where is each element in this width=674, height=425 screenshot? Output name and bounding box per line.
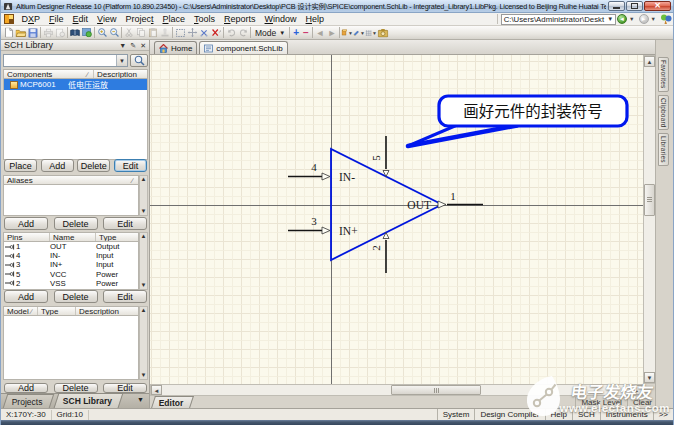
scroll-down-icon[interactable]: ▼: [140, 372, 147, 379]
scroll-down-icon[interactable]: ▼: [644, 372, 655, 383]
copy-button[interactable]: [135, 27, 147, 39]
mode-dropdown[interactable]: Mode▼: [252, 27, 288, 39]
zoom-out-button[interactable]: [108, 27, 120, 39]
previous-mode-button[interactable]: ◄: [314, 27, 326, 39]
place-button[interactable]: Place: [4, 159, 37, 172]
component-delete-button[interactable]: Delete: [77, 159, 110, 172]
add-mode-button[interactable]: +: [291, 27, 301, 39]
maximize-button[interactable]: [626, 1, 643, 11]
pin-row[interactable]: 2 VSS Power: [4, 279, 138, 288]
pins-header[interactable]: Pins Name Type: [3, 232, 139, 242]
tab-projects[interactable]: Projects: [3, 394, 54, 408]
model-delete-button[interactable]: Delete: [54, 383, 98, 393]
tab-clipboard[interactable]: Clipboard: [658, 95, 669, 131]
alias-add-button[interactable]: Add: [4, 217, 48, 230]
menu-file[interactable]: File: [45, 13, 69, 25]
recent-path-combo[interactable]: C:\Users\Administrator\Deskt ▼: [501, 14, 616, 25]
panel-menu-icon[interactable]: ▼: [119, 42, 126, 49]
nav-back-button[interactable]: ◄▼: [617, 14, 636, 24]
undo-button[interactable]: [225, 27, 237, 39]
place-part-button[interactable]: ▼: [341, 27, 353, 39]
new-document-button[interactable]: [3, 27, 15, 39]
snapshot-button[interactable]: [377, 27, 389, 39]
pin-row[interactable]: 5 VCC Power: [4, 270, 138, 279]
alias-delete-button[interactable]: Delete: [54, 217, 98, 230]
move-selection-button[interactable]: [186, 27, 198, 39]
rubber-stamp-button[interactable]: [159, 27, 171, 39]
menu-window[interactable]: Window: [260, 13, 301, 25]
deselect-all-button[interactable]: [198, 27, 210, 39]
panel-pin-icon[interactable]: ✎: [130, 42, 136, 49]
pin-delete-button[interactable]: Delete: [54, 290, 98, 303]
clear-filter-button[interactable]: [210, 27, 222, 39]
pin-row[interactable]: 3 IN+ Input: [4, 260, 138, 269]
remove-mode-button[interactable]: −: [301, 27, 311, 39]
knowledge-center-button[interactable]: [660, 14, 672, 25]
sch-panels-button[interactable]: SCH: [572, 409, 600, 421]
cut-button[interactable]: [123, 27, 135, 39]
menu-place[interactable]: Place: [158, 13, 190, 25]
search-button[interactable]: [130, 54, 148, 67]
aliases-header[interactable]: Aliases∕: [3, 175, 139, 185]
component-add-button[interactable]: Add: [41, 159, 74, 172]
pin-edit-button[interactable]: Edit: [103, 290, 147, 303]
tab-favorites[interactable]: Favorites: [658, 57, 669, 92]
tab-sch-library[interactable]: SCH Library: [53, 393, 123, 408]
mask-level-button[interactable]: Mask Level: [575, 397, 626, 407]
schematic-canvas[interactable]: 4 3 5 2 OUT 1 IN- IN+: [150, 55, 643, 384]
horizontal-scroll-thumb[interactable]: [391, 385, 481, 395]
components-header[interactable]: Components∕ Description: [3, 69, 148, 79]
menu-view[interactable]: View: [93, 13, 121, 25]
open-book-button[interactable]: [69, 27, 81, 39]
vertical-scroll-thumb[interactable]: [644, 184, 655, 216]
print-button[interactable]: [42, 27, 54, 39]
next-mode-button[interactable]: ►: [326, 27, 338, 39]
tab-component-schlib[interactable]: component.SchLib: [199, 41, 287, 54]
scroll-up-icon[interactable]: ▲: [644, 56, 655, 67]
menu-help[interactable]: Help: [301, 13, 329, 25]
model-header[interactable]: Model∕ Type Description: [3, 306, 139, 316]
scroll-down-icon[interactable]: ▼: [140, 282, 147, 289]
component-edit-button[interactable]: Edit: [114, 159, 147, 172]
alias-edit-button[interactable]: Edit: [103, 217, 147, 230]
help-panels-button[interactable]: Help: [545, 409, 572, 421]
clear-button[interactable]: Clear: [627, 397, 657, 407]
pin-row[interactable]: 4 IN- Input: [4, 251, 138, 260]
pin-row[interactable]: 1 OUT Output: [4, 242, 138, 251]
component-filter-combo[interactable]: ▼: [3, 54, 128, 67]
more-panels-button[interactable]: >>: [653, 409, 673, 421]
model-add-button[interactable]: Add: [4, 383, 48, 393]
browse-library-button[interactable]: [81, 27, 93, 39]
model-edit-button[interactable]: Edit: [103, 383, 147, 393]
chevron-down-icon[interactable]: ▼: [137, 396, 144, 403]
tab-libraries[interactable]: Libraries: [658, 133, 669, 166]
minimize-button[interactable]: [608, 1, 625, 11]
pins-scrollbar[interactable]: ▲ ▼: [139, 232, 148, 290]
paste-button[interactable]: [147, 27, 159, 39]
tab-home[interactable]: Home: [154, 41, 197, 54]
scroll-right-icon[interactable]: ►: [631, 385, 642, 395]
grids-button[interactable]: ▼: [365, 27, 377, 39]
panel-close-icon[interactable]: ✕: [140, 42, 146, 49]
pin-add-button[interactable]: Add: [4, 290, 48, 303]
print-preview-button[interactable]: [54, 27, 66, 39]
design-compiler-panels-button[interactable]: Design Compiler: [474, 409, 544, 421]
zoom-in-button[interactable]: [96, 27, 108, 39]
horizontal-scrollbar[interactable]: ◄ ►: [150, 384, 643, 396]
close-button[interactable]: ✕: [644, 1, 671, 11]
menu-dxp[interactable]: DXP: [17, 13, 45, 25]
scroll-left-icon[interactable]: ◄: [151, 385, 162, 395]
open-document-button[interactable]: [15, 27, 27, 39]
redo-button[interactable]: [237, 27, 249, 39]
select-area-button[interactable]: [174, 27, 186, 39]
nav-forward-button[interactable]: ►▼: [639, 14, 658, 24]
system-panels-button[interactable]: System: [437, 409, 475, 421]
save-button[interactable]: [27, 27, 39, 39]
scroll-down-icon[interactable]: ▼: [140, 208, 147, 215]
scroll-up-icon[interactable]: ▲: [140, 233, 147, 240]
menu-project[interactable]: Project: [121, 13, 158, 25]
menu-edit[interactable]: Edit: [68, 13, 93, 25]
model-scrollbar[interactable]: ▲ ▼: [139, 306, 148, 380]
ieee-symbols-button[interactable]: ▼: [353, 27, 365, 39]
scroll-up-icon[interactable]: ▲: [140, 176, 147, 183]
